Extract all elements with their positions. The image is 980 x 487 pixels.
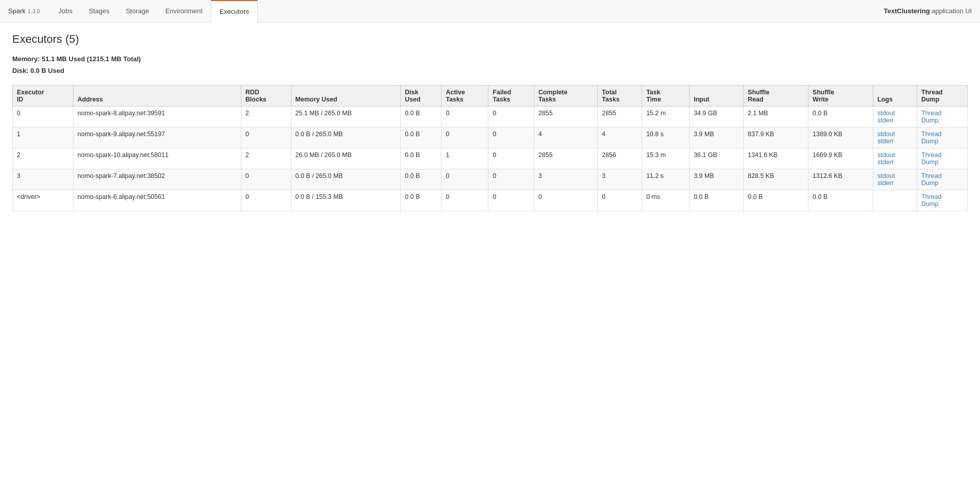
col-header-total-tasks: TotalTasks bbox=[598, 85, 642, 106]
disk-label: Disk: bbox=[12, 67, 29, 74]
table-row: <driver>nomo-spark-6.alipay.net:5056100.… bbox=[13, 190, 968, 211]
cell-logs: stdoutstderr bbox=[873, 169, 917, 190]
nav-jobs[interactable]: Jobs bbox=[50, 0, 80, 22]
cell-input: 36.1 GB bbox=[690, 148, 744, 169]
table-header-row: ExecutorID Address RDDBlocks Memory Used… bbox=[13, 85, 968, 106]
log-link-stdout[interactable]: stdout bbox=[877, 131, 895, 138]
log-link-stderr[interactable]: stderr bbox=[877, 159, 894, 166]
cell-task-time: 10.8 s bbox=[642, 127, 690, 148]
cell-shuffle-write: 0.0 B bbox=[808, 190, 873, 211]
log-link-stderr[interactable]: stderr bbox=[877, 180, 894, 187]
cell-task-time: 0 ms bbox=[642, 190, 690, 211]
cell-executor-id: 1 bbox=[13, 127, 74, 148]
thread-dump-link[interactable]: ThreadDump bbox=[921, 172, 942, 187]
nav-executors[interactable]: Executors bbox=[211, 0, 258, 22]
memory-value: 51.1 MB Used (1215.1 MB Total) bbox=[42, 55, 141, 63]
cell-rdd-blocks: 2 bbox=[241, 106, 291, 127]
log-link-stderr[interactable]: stderr bbox=[877, 117, 894, 124]
cell-active-tasks: 0 bbox=[442, 106, 488, 127]
thread-dump-link[interactable]: ThreadDump bbox=[921, 193, 942, 208]
cell-logs bbox=[873, 190, 917, 211]
cell-disk-used: 0.0 B bbox=[401, 148, 442, 169]
log-link-stdout[interactable]: stdout bbox=[877, 110, 895, 117]
cell-task-time: 15.3 m bbox=[642, 148, 690, 169]
cell-failed-tasks: 0 bbox=[488, 106, 534, 127]
cell-input: 3.9 MB bbox=[690, 169, 744, 190]
cell-failed-tasks: 0 bbox=[488, 127, 534, 148]
memory-summary: Memory: 51.1 MB Used (1215.1 MB Total) bbox=[12, 53, 968, 65]
memory-label: Memory: bbox=[12, 55, 40, 63]
col-header-task-time: TaskTime bbox=[642, 85, 690, 106]
col-header-input: Input bbox=[690, 85, 744, 106]
table-row: 2nomo-spark-10.alipay.net:58011226.0 MB … bbox=[13, 148, 968, 169]
executors-table: ExecutorID Address RDDBlocks Memory Used… bbox=[12, 85, 968, 211]
cell-address: nomo-spark-7.alipay.net:38502 bbox=[73, 169, 241, 190]
cell-memory-used: 26.0 MB / 265.0 MB bbox=[291, 148, 401, 169]
cell-complete-tasks: 2855 bbox=[534, 148, 598, 169]
cell-rdd-blocks: 0 bbox=[241, 127, 291, 148]
app-name: TextClustering bbox=[884, 7, 930, 15]
log-link-stdout[interactable]: stdout bbox=[877, 172, 895, 180]
thread-dump-link[interactable]: ThreadDump bbox=[921, 131, 942, 145]
nav-links: Jobs Stages Storage Environment Executor… bbox=[50, 0, 257, 22]
cell-logs: stdoutstderr bbox=[873, 127, 917, 148]
cell-memory-used: 0.0 B / 265.0 MB bbox=[291, 169, 401, 190]
cell-failed-tasks: 0 bbox=[488, 190, 534, 211]
col-header-complete-tasks: CompleteTasks bbox=[534, 85, 598, 106]
col-header-address: Address bbox=[73, 85, 241, 106]
cell-executor-id: <driver> bbox=[13, 190, 74, 211]
page-title: Executors (5) bbox=[12, 33, 968, 46]
brand-version: 1.3.0 bbox=[28, 8, 40, 14]
app-suffix: application UI bbox=[932, 7, 972, 15]
nav-stages[interactable]: Stages bbox=[81, 0, 117, 22]
cell-shuffle-write: 1312.6 KB bbox=[808, 169, 873, 190]
cell-disk-used: 0.0 B bbox=[401, 190, 442, 211]
cell-input: 3.9 MB bbox=[690, 127, 744, 148]
cell-address: nomo-spark-6.alipay.net:50561 bbox=[73, 190, 241, 211]
app-title: TextClustering application UI bbox=[884, 7, 972, 15]
col-header-rdd-blocks: RDDBlocks bbox=[241, 85, 291, 106]
cell-active-tasks: 0 bbox=[442, 169, 488, 190]
cell-executor-id: 2 bbox=[13, 148, 74, 169]
cell-thread-dump: ThreadDump bbox=[917, 127, 968, 148]
cell-failed-tasks: 0 bbox=[488, 148, 534, 169]
disk-value: 0.0 B Used bbox=[30, 67, 64, 74]
table-row: 3nomo-spark-7.alipay.net:3850200.0 B / 2… bbox=[13, 169, 968, 190]
cell-input: 0.0 B bbox=[690, 190, 744, 211]
cell-disk-used: 0.0 B bbox=[401, 169, 442, 190]
col-header-memory-used: Memory Used bbox=[291, 85, 401, 106]
col-header-thread-dump: ThreadDump bbox=[917, 85, 968, 106]
nav-environment[interactable]: Environment bbox=[157, 0, 211, 22]
cell-rdd-blocks: 0 bbox=[241, 190, 291, 211]
col-header-disk-used: DiskUsed bbox=[401, 85, 442, 106]
col-header-shuffle-write: ShuffleWrite bbox=[808, 85, 873, 106]
cell-failed-tasks: 0 bbox=[488, 169, 534, 190]
summary: Memory: 51.1 MB Used (1215.1 MB Total) D… bbox=[12, 53, 968, 77]
thread-dump-link[interactable]: ThreadDump bbox=[921, 151, 942, 166]
cell-executor-id: 0 bbox=[13, 106, 74, 127]
cell-logs: stdoutstderr bbox=[873, 148, 917, 169]
cell-logs: stdoutstderr bbox=[873, 106, 917, 127]
log-link-stderr[interactable]: stderr bbox=[877, 138, 894, 145]
cell-active-tasks: 0 bbox=[442, 127, 488, 148]
cell-thread-dump: ThreadDump bbox=[917, 148, 968, 169]
col-header-failed-tasks: FailedTasks bbox=[488, 85, 534, 106]
cell-disk-used: 0.0 B bbox=[401, 106, 442, 127]
main-content: Executors (5) Memory: 51.1 MB Used (1215… bbox=[0, 22, 980, 221]
cell-active-tasks: 1 bbox=[442, 148, 488, 169]
log-link-stdout[interactable]: stdout bbox=[877, 151, 895, 159]
thread-dump-link[interactable]: ThreadDump bbox=[921, 110, 942, 124]
cell-task-time: 15.2 m bbox=[642, 106, 690, 127]
nav-storage[interactable]: Storage bbox=[117, 0, 157, 22]
cell-rdd-blocks: 2 bbox=[241, 148, 291, 169]
cell-shuffle-write: 1389.0 KB bbox=[808, 127, 873, 148]
cell-memory-used: 0.0 B / 265.0 MB bbox=[291, 127, 401, 148]
cell-memory-used: 0.0 B / 155.3 MB bbox=[291, 190, 401, 211]
table-row: 1nomo-spark-9.alipay.net:5519700.0 B / 2… bbox=[13, 127, 968, 148]
cell-thread-dump: ThreadDump bbox=[917, 190, 968, 211]
cell-complete-tasks: 4 bbox=[534, 127, 598, 148]
cell-address: nomo-spark-9.alipay.net:55197 bbox=[73, 127, 241, 148]
brand: Spark 1.3.0 bbox=[8, 7, 40, 15]
cell-address: nomo-spark-10.alipay.net:58011 bbox=[73, 148, 241, 169]
cell-shuffle-read: 837.9 KB bbox=[744, 127, 808, 148]
